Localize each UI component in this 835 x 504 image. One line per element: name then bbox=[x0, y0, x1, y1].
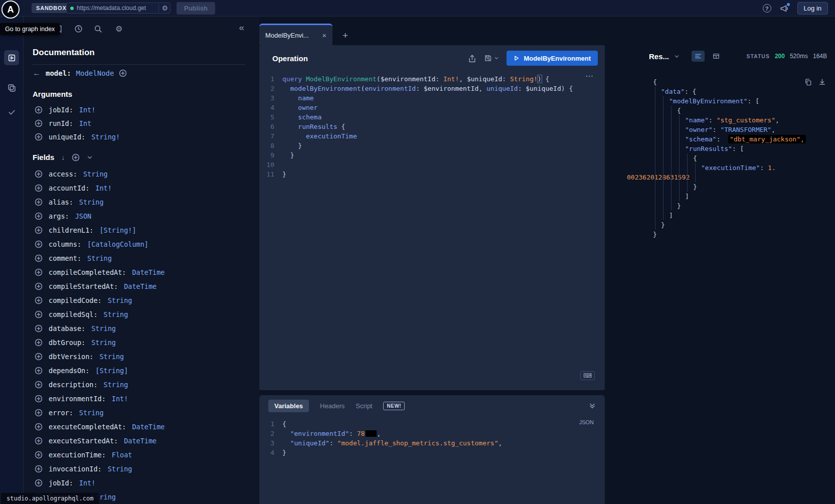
doc-field-row[interactable]: description:String bbox=[24, 378, 259, 392]
doc-field-row[interactable]: invocationId:String bbox=[24, 462, 259, 476]
doc-field-row[interactable]: dbtGroup:String bbox=[24, 335, 259, 350]
doc-field-row[interactable]: compiledSql:String bbox=[24, 307, 259, 321]
help-icon[interactable]: ? bbox=[763, 4, 771, 13]
field-type[interactable]: DateTime bbox=[124, 282, 156, 290]
field-type[interactable]: String bbox=[91, 324, 116, 332]
share-icon[interactable] bbox=[468, 54, 476, 63]
back-arrow-icon[interactable]: ← bbox=[33, 69, 41, 78]
doc-field-row[interactable]: jobId:Int! bbox=[24, 103, 259, 116]
nav-collections-button[interactable] bbox=[4, 80, 19, 95]
add-to-operation-icon[interactable] bbox=[35, 409, 43, 417]
field-type[interactable]: [CatalogColumn] bbox=[87, 240, 148, 248]
field-type[interactable]: [String!] bbox=[99, 226, 136, 234]
add-to-operation-icon[interactable] bbox=[35, 268, 43, 276]
doc-field-row[interactable]: dependsOn:[String] bbox=[24, 364, 259, 378]
keyboard-shortcuts-icon[interactable]: ⌨ bbox=[580, 371, 595, 380]
doc-field-row[interactable]: uniqueId:String! bbox=[24, 130, 259, 143]
connection-settings-gear-icon[interactable]: ⚙ bbox=[158, 5, 168, 12]
publish-button[interactable]: Publish bbox=[177, 2, 215, 15]
chevron-down-icon[interactable] bbox=[87, 154, 93, 160]
field-type[interactable]: String bbox=[108, 465, 132, 473]
add-to-operation-icon[interactable] bbox=[35, 465, 43, 473]
doc-field-row[interactable]: environmentId:Int! bbox=[24, 392, 259, 406]
doc-field-row[interactable]: args:JSON bbox=[24, 209, 259, 223]
field-type[interactable]: String bbox=[91, 339, 116, 347]
add-to-operation-icon[interactable] bbox=[35, 310, 43, 318]
doc-field-row[interactable]: compileCompletedAt:DateTime bbox=[24, 265, 259, 279]
chevron-down-icon[interactable] bbox=[674, 54, 680, 59]
tab-modelbyenvironment[interactable]: ModelByEnvi... × bbox=[259, 24, 332, 45]
field-type[interactable]: Int bbox=[79, 119, 91, 127]
field-type[interactable]: DateTime bbox=[132, 423, 164, 431]
collapse-panel-double-chevron-icon[interactable] bbox=[589, 402, 596, 409]
tab-headers[interactable]: Headers bbox=[320, 402, 345, 410]
doc-field-row[interactable]: columns:[CatalogColumn] bbox=[24, 237, 259, 251]
doc-field-row[interactable]: childrenL1:[String!] bbox=[24, 223, 259, 237]
add-to-operation-icon[interactable] bbox=[35, 282, 43, 290]
doc-field-row[interactable]: runId:Int bbox=[24, 116, 259, 130]
operation-editor[interactable]: 1query ModelByEnvironment($environmentId… bbox=[259, 71, 605, 179]
field-type[interactable]: String bbox=[83, 170, 108, 178]
tab-script[interactable]: Script bbox=[356, 402, 372, 410]
add-to-operation-icon[interactable] bbox=[35, 395, 43, 403]
doc-field-row[interactable]: database:String bbox=[24, 321, 259, 335]
field-type[interactable]: DateTime bbox=[132, 268, 164, 276]
field-type[interactable]: String bbox=[79, 409, 104, 417]
search-icon[interactable] bbox=[94, 25, 102, 33]
add-to-operation-icon[interactable] bbox=[35, 170, 43, 178]
add-to-operation-icon[interactable] bbox=[35, 119, 43, 127]
field-type[interactable]: String bbox=[104, 381, 128, 389]
field-type[interactable]: Float bbox=[112, 451, 132, 459]
new-tab-button[interactable]: + bbox=[343, 31, 348, 40]
add-to-operation-icon[interactable] bbox=[35, 423, 43, 431]
doc-field-row[interactable]: error:String bbox=[24, 406, 259, 420]
add-to-operation-icon[interactable] bbox=[35, 296, 43, 304]
add-to-operation-icon[interactable] bbox=[35, 367, 43, 375]
doc-field-row[interactable]: executeStartedAt:DateTime bbox=[24, 434, 259, 448]
add-to-operation-icon[interactable] bbox=[35, 324, 43, 332]
history-icon[interactable] bbox=[74, 25, 83, 33]
field-type[interactable]: String bbox=[79, 198, 104, 206]
announcements-button[interactable] bbox=[780, 4, 789, 13]
add-to-operation-icon[interactable] bbox=[35, 451, 43, 459]
add-to-operation-icon[interactable] bbox=[35, 353, 43, 361]
field-type[interactable]: String bbox=[99, 353, 124, 361]
settings-gear-icon[interactable]: ⚙ bbox=[115, 25, 122, 33]
variables-editor[interactable]: 1{2 "environmentId": 78,3 "uniqueId": "m… bbox=[259, 416, 605, 457]
doc-field-row[interactable]: comment:String bbox=[24, 251, 259, 265]
formatted-view-button[interactable] bbox=[692, 51, 705, 62]
collapse-panel-button[interactable]: « bbox=[239, 23, 244, 32]
add-to-operation-icon[interactable] bbox=[35, 437, 43, 445]
field-type[interactable]: Int! bbox=[112, 395, 128, 403]
doc-field-row[interactable]: access:String bbox=[24, 167, 259, 181]
type-name-link[interactable]: ModelNode bbox=[76, 69, 114, 77]
add-to-operation-icon[interactable] bbox=[35, 106, 43, 114]
field-type[interactable]: Int! bbox=[79, 479, 96, 487]
table-view-button[interactable] bbox=[710, 51, 723, 62]
field-type[interactable]: Int! bbox=[79, 106, 96, 114]
add-to-operation-icon[interactable] bbox=[35, 479, 43, 487]
nav-explorer-button[interactable] bbox=[4, 50, 19, 65]
doc-field-row[interactable]: executeCompletedAt:DateTime bbox=[24, 420, 259, 434]
download-response-icon[interactable] bbox=[818, 78, 826, 86]
chevron-down-icon[interactable] bbox=[494, 56, 499, 61]
doc-field-row[interactable]: accountId:Int! bbox=[24, 181, 259, 195]
tab-variables[interactable]: Variables bbox=[268, 400, 309, 412]
login-button[interactable]: Log in bbox=[797, 2, 828, 15]
apollo-logo[interactable]: A bbox=[2, 1, 20, 19]
field-type[interactable]: [String] bbox=[95, 367, 128, 375]
nav-checks-button[interactable] bbox=[4, 104, 19, 119]
line-menu-icon[interactable]: ⋯ bbox=[585, 71, 594, 81]
add-fields-icon[interactable] bbox=[72, 153, 80, 161]
sort-fields-icon[interactable]: ↓ bbox=[61, 153, 65, 161]
add-to-operation-icon[interactable] bbox=[35, 212, 43, 220]
add-to-operation-icon[interactable] bbox=[35, 133, 43, 141]
add-to-operation-icon[interactable] bbox=[35, 198, 43, 206]
field-type[interactable]: JSON bbox=[75, 212, 92, 220]
add-to-operation-icon[interactable] bbox=[35, 339, 43, 347]
save-button[interactable] bbox=[484, 54, 499, 62]
field-type[interactable]: Int! bbox=[95, 184, 112, 192]
field-type[interactable]: String bbox=[104, 310, 128, 318]
close-tab-icon[interactable]: × bbox=[322, 32, 326, 39]
add-to-operation-icon[interactable] bbox=[35, 184, 43, 192]
